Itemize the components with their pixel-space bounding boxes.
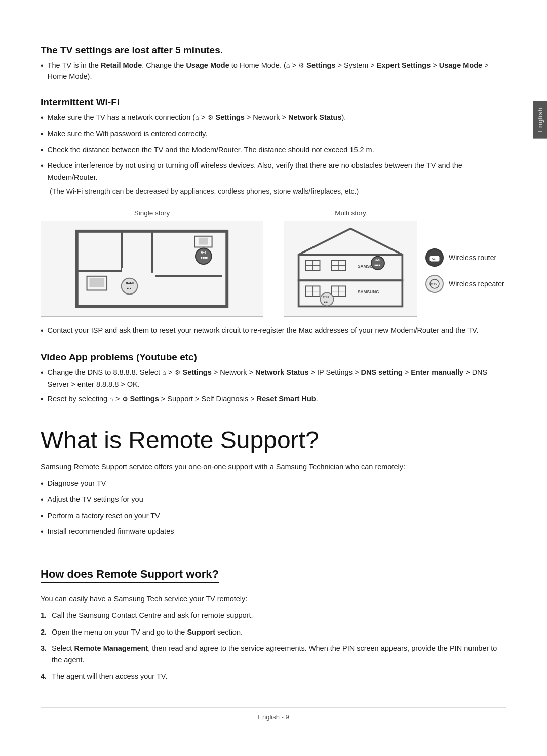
svg-point-14	[122, 278, 138, 295]
video-app-title: Video App problems (Youtube etc)	[41, 352, 506, 363]
single-story-svg: 6•4 ■■■■ 0•4•0 ■ ■	[46, 226, 258, 311]
router-label: Wireless router	[449, 254, 496, 262]
router-icon: 6•4	[425, 248, 444, 267]
how-remote-support-section: How does Remote Support work? You can ea…	[41, 553, 506, 682]
svg-text:6•8: 6•8	[375, 259, 379, 262]
list-item: Reset by selecting ⌂ > ⚙ Settings > Supp…	[41, 393, 506, 406]
svg-rect-5	[122, 268, 137, 275]
svg-text:SAMSUNG: SAMSUNG	[358, 290, 379, 295]
list-item: 2. Open the menu on your TV and go to th…	[41, 626, 506, 638]
tv-settings-lost-title: The TV settings are lost after 5 minutes…	[41, 45, 506, 56]
svg-text:0•4•8: 0•4•8	[323, 296, 329, 298]
svg-text:■ ■: ■ ■	[324, 301, 328, 303]
svg-rect-6	[148, 273, 155, 280]
svg-rect-18	[299, 255, 403, 280]
svg-text:■ ■: ■ ■	[127, 287, 132, 290]
legend-box: 6•4 Wireless router 0•4•0 Wireless re	[425, 224, 506, 317]
list-item: Contact your ISP and ask them to reset y…	[41, 325, 506, 338]
single-story-diagram: Single story	[41, 209, 263, 317]
list-item: Adjust the TV settings for you	[41, 494, 506, 507]
remote-support-main-title: What is Remote Support?	[41, 426, 506, 454]
home-icon: ⌂	[286, 61, 290, 71]
list-item: The TV is in the Retail Mode. Change the…	[41, 60, 506, 82]
home-icon: ⌂	[109, 394, 113, 404]
list-item: Perform a factory reset on your TV	[41, 510, 506, 523]
settings-icon: ⚙	[175, 368, 181, 378]
repeater-label: Wireless repeater	[449, 280, 504, 288]
list-item: Diagnose your TV	[41, 478, 506, 490]
list-item: Change the DNS to 8.8.8.8. Select ⌂ > ⚙ …	[41, 367, 506, 390]
svg-marker-17	[299, 229, 403, 255]
settings-icon: ⚙	[208, 113, 214, 123]
language-tab: English	[533, 101, 547, 139]
home-icon: ⌂	[195, 113, 199, 123]
intermittent-wifi-list-2: Contact your ISP and ask them to reset y…	[41, 325, 506, 338]
repeater-icon: 0•4•0	[425, 275, 444, 293]
intermittent-wifi-title: Intermittent Wi-Fi	[41, 97, 506, 108]
how-remote-support-title: How does Remote Support work?	[41, 568, 219, 583]
svg-rect-13	[89, 278, 104, 287]
legend-repeater: 0•4•0 Wireless repeater	[425, 275, 506, 293]
tv-settings-lost-section: The TV settings are lost after 5 minutes…	[41, 45, 506, 82]
list-item: Check the distance between the TV and th…	[41, 144, 506, 157]
how-remote-support-intro: You can easily have a Samsung Tech servi…	[41, 593, 506, 605]
list-item: Make sure the Wifi password is entered c…	[41, 128, 506, 141]
intermittent-wifi-list: Make sure the TV has a network connectio…	[41, 112, 506, 183]
home-icon: ⌂	[162, 368, 166, 378]
list-item: Install recommended firmware updates	[41, 526, 506, 538]
svg-text:6•4: 6•4	[432, 258, 436, 261]
video-app-section: Video App problems (Youtube etc) Change …	[41, 352, 506, 406]
remote-support-section: What is Remote Support? Samsung Remote S…	[41, 426, 506, 682]
wifi-note: (The Wi-Fi strength can be decreased by …	[50, 186, 506, 197]
page-content: The TV settings are lost after 5 minutes…	[0, 0, 547, 751]
legend-router: 6•4 Wireless router	[425, 248, 506, 267]
single-story-label: Single story	[41, 209, 263, 217]
multi-story-container: Multi story	[284, 209, 506, 317]
remote-support-intro: Samsung Remote Support service offers yo…	[41, 461, 506, 473]
diagram-row: Single story	[41, 209, 506, 317]
svg-text:6•4: 6•4	[201, 251, 206, 255]
svg-point-37	[320, 293, 333, 306]
page-footer: English - 9	[41, 707, 506, 721]
list-item: Make sure the TV has a network connectio…	[41, 112, 506, 124]
svg-text:0•4•0: 0•4•0	[126, 281, 135, 285]
svg-rect-8	[199, 238, 208, 245]
list-item: 4. The agent will then access your TV.	[41, 670, 506, 682]
intermittent-wifi-section: Intermittent Wi-Fi Make sure the TV has …	[41, 97, 506, 338]
svg-text:0•4•0: 0•4•0	[431, 282, 437, 285]
multi-story-label: Multi story	[284, 209, 417, 217]
list-item: Reduce interference by not using or turn…	[41, 160, 506, 183]
settings-icon: ⚙	[122, 394, 128, 404]
svg-rect-19	[299, 281, 403, 307]
footer-text: English - 9	[258, 713, 289, 721]
svg-text:■■■■: ■■■■	[374, 264, 380, 267]
multi-story-svg: SAMSUNG 6•8 ■■■■	[289, 226, 412, 311]
remote-support-bullets: Diagnose your TV Adjust the TV settings …	[41, 478, 506, 538]
list-item: 3. Select Remote Management, then read a…	[41, 643, 506, 665]
svg-text:■■■■: ■■■■	[201, 257, 208, 260]
video-app-list: Change the DNS to 8.8.8.8. Select ⌂ > ⚙ …	[41, 367, 506, 406]
how-remote-support-steps: 1. Call the Samsung Contact Centre and a…	[41, 610, 506, 682]
settings-icon: ⚙	[298, 61, 304, 71]
tv-settings-lost-list: The TV is in the Retail Mode. Change the…	[41, 60, 506, 82]
list-item: 1. Call the Samsung Contact Centre and a…	[41, 610, 506, 621]
multi-story-diagram: Multi story	[284, 209, 417, 317]
